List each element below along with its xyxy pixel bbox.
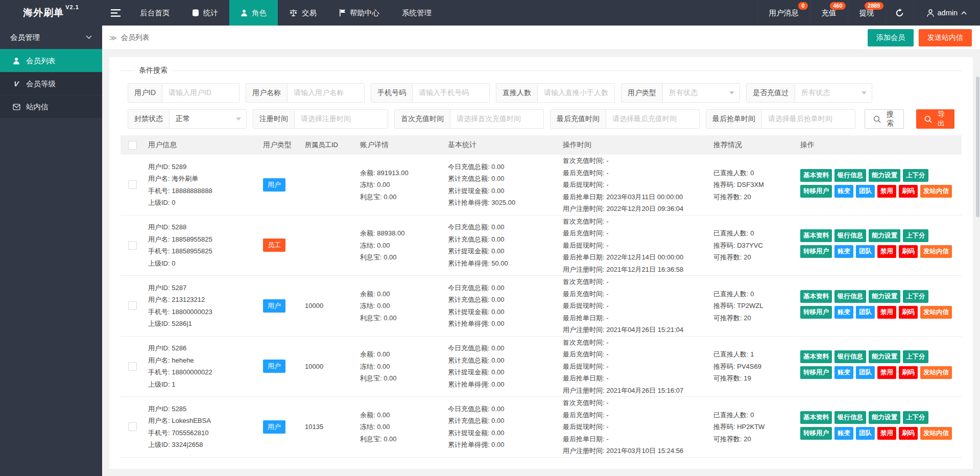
updown-score-button[interactable]: 上下分 (903, 290, 928, 303)
recharge-button[interactable]: 充值460 (810, 0, 848, 26)
sidebar-item-member-list[interactable]: 会员列表 (0, 49, 102, 72)
phone-filter-value[interactable]: 请输入手机号码 (413, 84, 489, 102)
updown-score-button[interactable]: 上下分 (903, 169, 928, 182)
select-all-checkbox[interactable] (128, 141, 137, 150)
nav-trade[interactable]: 交易 (278, 0, 328, 26)
transfer-user-button[interactable]: 转移用户 (800, 366, 832, 379)
withdraw-button[interactable]: 提现2889 (848, 0, 886, 26)
nav-stats[interactable]: 统计 (181, 0, 229, 26)
ability-settings-button[interactable]: 能力设置 (869, 229, 900, 242)
profile-button[interactable]: 基本资料 (800, 290, 832, 303)
last-recharge-time-picker-value[interactable]: 请选择最后充值时间 (606, 110, 699, 128)
bank-info-button[interactable]: 银行信息 (834, 229, 866, 242)
account-change-button[interactable]: 账变 (834, 306, 853, 319)
nav-role[interactable]: 角色 (229, 0, 278, 26)
brush-code-button[interactable]: 刷码 (899, 306, 918, 319)
ability-settings-button[interactable]: 能力设置 (869, 411, 900, 424)
team-button[interactable]: 团队 (856, 427, 875, 440)
sidebar-item-site-message[interactable]: 站内信 (0, 95, 102, 118)
send-inbox-button[interactable]: 发站内信 (920, 366, 952, 379)
bank-info-button[interactable]: 银行信息 (834, 411, 866, 424)
ability-settings-button[interactable]: 能力设置 (869, 350, 900, 363)
nav-dashboard[interactable]: 后台首页 (129, 0, 181, 26)
export-button[interactable]: 导 出 (916, 109, 954, 129)
profile-button[interactable]: 基本资料 (800, 411, 832, 424)
updown-score-button[interactable]: 上下分 (903, 229, 928, 242)
nav-system[interactable]: 系统管理 (391, 0, 443, 26)
first-recharge-time-picker[interactable]: 首次充值时间请选择首次充值时间 (394, 109, 544, 129)
row-checkbox[interactable] (128, 301, 137, 310)
profile-button[interactable]: 基本资料 (800, 229, 832, 242)
user-id-filter[interactable]: 用户ID请输入用户ID (128, 83, 240, 103)
user-type-select[interactable]: 用户类型所有状态 (621, 83, 740, 103)
row-checkbox[interactable] (128, 362, 137, 371)
user-menu[interactable]: admin (913, 0, 980, 26)
updown-score-button[interactable]: 上下分 (903, 350, 928, 363)
brush-code-button[interactable]: 刷码 (899, 245, 918, 258)
send-inbox-button[interactable]: 发站内信 (920, 306, 952, 319)
transfer-user-button[interactable]: 转移用户 (800, 245, 832, 258)
direct-count-filter-value[interactable]: 请输入直推小于人数 (538, 84, 614, 102)
user-messages-button[interactable]: 用户消息0 (757, 0, 810, 26)
send-inbox-button[interactable]: 发站内信 (920, 185, 952, 198)
profile-button[interactable]: 基本资料 (800, 169, 832, 182)
ban-status-select-value[interactable]: 正常 (170, 110, 246, 128)
brush-code-button[interactable]: 刷码 (899, 185, 918, 198)
last-recharge-time-picker[interactable]: 最后充值时间请选择最后充值时间 (550, 109, 700, 129)
register-time-picker[interactable]: 注册时间请选择注册时间 (253, 109, 388, 129)
user-id-filter-value[interactable]: 请输入用户ID (162, 84, 239, 102)
transfer-user-button[interactable]: 转移用户 (800, 185, 832, 198)
direct-count-filter[interactable]: 直推人数请输入直推小于人数 (496, 83, 615, 103)
send-inbox-button[interactable]: 发站内信 (920, 427, 952, 440)
bank-info-button[interactable]: 银行信息 (834, 169, 866, 182)
disable-button[interactable]: 禁用 (877, 366, 896, 379)
transfer-user-button[interactable]: 转移用户 (800, 306, 832, 319)
bank-info-button[interactable]: 银行信息 (834, 290, 866, 303)
bank-info-button[interactable]: 银行信息 (834, 350, 866, 363)
ability-settings-button[interactable]: 能力设置 (869, 169, 900, 182)
sidebar-item-member-level[interactable]: V会员等级 (0, 72, 102, 95)
phone-filter[interactable]: 手机号码请输入手机号码 (371, 83, 490, 103)
transfer-user-button[interactable]: 转移用户 (800, 427, 832, 440)
last-order-time-picker-value[interactable]: 请选择最后抢单时间 (762, 110, 855, 128)
recharged-select[interactable]: 是否充值过所有状态 (746, 83, 872, 103)
account-change-button[interactable]: 账变 (834, 185, 853, 198)
disable-button[interactable]: 禁用 (877, 427, 896, 440)
row-checkbox[interactable] (128, 422, 137, 431)
brush-code-button[interactable]: 刷码 (899, 366, 918, 379)
user-name-filter[interactable]: 用户名称请输入用户名称 (246, 83, 365, 103)
row-checkbox[interactable] (128, 241, 137, 250)
user-type-select-value[interactable]: 所有状态 (663, 84, 739, 102)
team-button[interactable]: 团队 (856, 185, 875, 198)
team-button[interactable]: 团队 (856, 245, 875, 258)
recharged-select-value[interactable]: 所有状态 (795, 84, 872, 102)
account-change-button[interactable]: 账变 (834, 366, 853, 379)
team-button[interactable]: 团队 (856, 366, 875, 379)
add-member-button[interactable]: 添加会员 (868, 29, 914, 46)
refresh-button[interactable] (886, 0, 913, 26)
first-recharge-time-picker-value[interactable]: 请选择首次充值时间 (450, 110, 543, 128)
brush-code-button[interactable]: 刷码 (899, 427, 918, 440)
ban-status-select[interactable]: 封禁状态正常 (128, 109, 247, 129)
user-name-filter-value[interactable]: 请输入用户名称 (288, 84, 364, 102)
disable-button[interactable]: 禁用 (877, 245, 896, 258)
register-time-picker-value[interactable]: 请选择注册时间 (295, 110, 388, 128)
last-order-time-picker[interactable]: 最后抢单时间请选择最后抢单时间 (706, 109, 855, 129)
account-change-button[interactable]: 账变 (834, 427, 853, 440)
nav-help[interactable]: 帮助中心 (328, 0, 391, 26)
row-checkbox[interactable] (128, 180, 137, 189)
account-change-button[interactable]: 账变 (834, 245, 853, 258)
search-button[interactable]: 搜 索 (865, 109, 904, 129)
scrollbar[interactable] (976, 77, 979, 217)
send-inbox-button[interactable]: 发站内信 (920, 245, 952, 258)
hamburger-icon[interactable] (102, 0, 129, 26)
updown-score-button[interactable]: 上下分 (903, 411, 928, 424)
send-message-button[interactable]: 发送站内信 (919, 29, 972, 46)
ability-settings-button[interactable]: 能力设置 (869, 290, 900, 303)
profile-button[interactable]: 基本资料 (800, 350, 832, 363)
team-button[interactable]: 团队 (856, 306, 875, 319)
disable-button[interactable]: 禁用 (877, 185, 896, 198)
app-logo[interactable]: 海外刷单 V2.1 (0, 0, 102, 26)
disable-button[interactable]: 禁用 (877, 306, 896, 319)
sidebar-group-member-management[interactable]: 会员管理 (0, 26, 102, 49)
